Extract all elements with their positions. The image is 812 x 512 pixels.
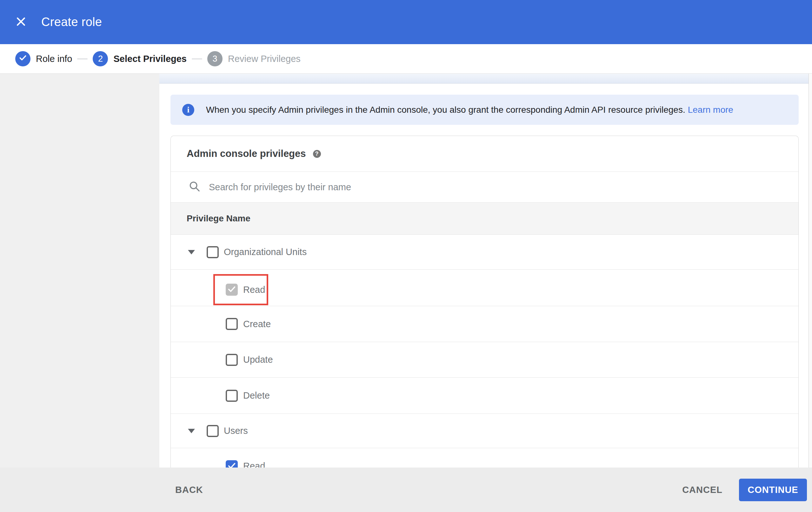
cancel-button[interactable]: CANCEL xyxy=(674,479,730,501)
checkbox-users[interactable] xyxy=(207,425,219,437)
scrollbar[interactable] xyxy=(809,74,812,467)
checkbox-organizational-units[interactable] xyxy=(207,246,219,258)
step-role-info[interactable]: Role info xyxy=(15,51,72,66)
collapse-arrow-icon[interactable] xyxy=(188,250,195,254)
search-row xyxy=(171,172,799,203)
row-ou-read: Read xyxy=(171,270,799,306)
privileges-card: Admin console privileges ? Privilege Nam… xyxy=(171,136,799,467)
step-select-privileges[interactable]: 2 Select Privileges xyxy=(93,51,187,66)
step-connector xyxy=(77,58,88,59)
step2-number-circle: 2 xyxy=(93,51,108,66)
help-icon[interactable]: ? xyxy=(313,150,321,158)
close-button[interactable] xyxy=(11,12,31,32)
row-label: Update xyxy=(243,354,273,365)
info-icon: i xyxy=(182,104,194,116)
step1-check-circle xyxy=(15,51,30,66)
search-input[interactable] xyxy=(209,182,717,192)
row-users-read: Read xyxy=(171,448,799,467)
step3-number-circle: 3 xyxy=(207,51,223,66)
checkbox-ou-create[interactable] xyxy=(226,318,238,330)
step2-label: Select Privileges xyxy=(113,54,187,64)
back-button[interactable]: BACK xyxy=(168,479,211,501)
checkbox-ou-update[interactable] xyxy=(226,354,238,366)
step1-label: Role info xyxy=(36,54,72,64)
row-ou-update: Update xyxy=(171,342,799,378)
highlight-rectangle: Read xyxy=(213,274,268,305)
row-label: Organizational Units xyxy=(224,247,307,257)
checkbox-users-read[interactable] xyxy=(226,460,238,468)
row-label: Read xyxy=(243,285,265,295)
check-icon xyxy=(227,461,236,468)
stepper: Role info 2 Select Privileges 3 Review P… xyxy=(0,44,812,74)
row-label: Create xyxy=(243,319,271,329)
footer-right-group: CANCEL CONTINUE xyxy=(674,479,812,501)
main-column: i When you specify Admin privileges in t… xyxy=(171,74,799,467)
column-header-privilege-name: Privilege Name xyxy=(187,213,251,224)
page-title: Create role xyxy=(41,15,102,29)
learn-more-link[interactable]: Learn more xyxy=(688,105,733,115)
step-connector xyxy=(192,58,202,59)
row-label: Users xyxy=(224,426,248,436)
step2-number: 2 xyxy=(98,54,103,64)
footer-bar: BACK CANCEL CONTINUE xyxy=(0,467,812,512)
step3-number: 3 xyxy=(212,54,217,64)
collapse-arrow-icon[interactable] xyxy=(188,429,195,433)
banner-message: When you specify Admin privileges in the… xyxy=(206,105,685,115)
row-label: Delete xyxy=(243,390,270,401)
row-organizational-units: Organizational Units xyxy=(171,235,799,270)
row-ou-create: Create xyxy=(171,306,799,342)
step-review-privileges[interactable]: 3 Review Privileges xyxy=(207,51,300,66)
check-icon xyxy=(19,54,27,64)
card-title: Admin console privileges xyxy=(187,148,306,159)
content-area: i When you specify Admin privileges in t… xyxy=(0,74,812,467)
row-label: Read xyxy=(243,461,265,467)
checkbox-ou-read[interactable] xyxy=(226,284,238,296)
close-icon xyxy=(16,16,26,28)
left-empty-panel xyxy=(0,74,160,467)
row-ou-delete: Delete xyxy=(171,378,799,414)
banner-text: When you specify Admin privileges in the… xyxy=(206,105,733,115)
search-icon xyxy=(188,180,201,194)
checkbox-ou-delete[interactable] xyxy=(226,390,238,402)
check-icon xyxy=(227,284,236,295)
continue-button[interactable]: CONTINUE xyxy=(739,479,807,501)
table-header: Privilege Name xyxy=(171,203,799,235)
row-users: Users xyxy=(171,414,799,448)
step3-label: Review Privileges xyxy=(228,54,300,64)
card-title-row: Admin console privileges ? xyxy=(171,136,799,172)
appbar: Create role xyxy=(0,0,812,44)
info-banner: i When you specify Admin privileges in t… xyxy=(171,95,799,125)
